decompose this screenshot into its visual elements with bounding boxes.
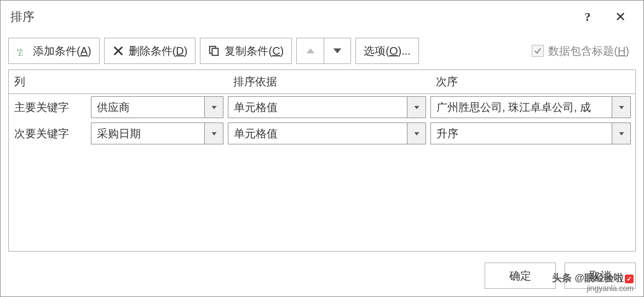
row-label: 次要关键字 — [9, 126, 91, 141]
chevron-down-icon — [204, 123, 223, 144]
dialog-title: 排序 — [10, 9, 571, 25]
header-order: 次序 — [430, 70, 635, 94]
chevron-down-icon — [612, 123, 630, 144]
svg-marker-9 — [211, 132, 216, 136]
close-button[interactable]: ✕ — [604, 6, 637, 28]
add-condition-button[interactable]: +AZ↓ 添加条件(A) — [8, 38, 100, 64]
chevron-up-icon — [304, 45, 317, 57]
header-sort-on: 排序依据 — [228, 70, 430, 94]
svg-rect-3 — [212, 48, 219, 55]
cancel-button[interactable]: 取消 — [565, 263, 636, 289]
svg-marker-7 — [414, 106, 419, 109]
toolbar: +AZ↓ 添加条件(A) 删除条件(D) 复制条件(C) — [1, 33, 643, 69]
sort-on-select[interactable]: 单元格值 — [228, 96, 426, 118]
chevron-down-icon — [407, 123, 426, 144]
copy-condition-button[interactable]: 复制条件(C) — [200, 38, 292, 64]
titlebar: 排序 ? ✕ — [1, 1, 643, 33]
svg-marker-10 — [414, 132, 419, 136]
chevron-down-icon — [331, 45, 343, 57]
order-select[interactable]: 升序 — [430, 123, 631, 144]
order-select[interactable]: 广州胜思公司, 珠江卓卓公司, 成 — [430, 96, 631, 118]
move-up-button[interactable] — [296, 38, 324, 64]
svg-marker-6 — [211, 106, 216, 109]
svg-marker-5 — [334, 48, 342, 53]
column-select[interactable]: 供应商 — [91, 96, 223, 118]
sort-dialog: 排序 ? ✕ +AZ↓ 添加条件(A) 删除条件(D) 复制 — [0, 0, 644, 297]
help-button[interactable]: ? — [571, 6, 604, 28]
grid-row: 次要关键字 采购日期 单元格值 升序 — [9, 120, 635, 147]
has-header-checkbox[interactable]: 数据包含标题(H) — [532, 44, 636, 59]
add-icon: +AZ↓ — [16, 45, 28, 57]
ok-button[interactable]: 确定 — [485, 263, 556, 289]
checkbox-icon — [532, 45, 544, 57]
delete-condition-button[interactable]: 删除条件(D) — [104, 38, 196, 64]
dialog-footer: 确定 取消 — [1, 259, 643, 296]
row-label: 主要关键字 — [9, 100, 91, 115]
svg-text:Z↓: Z↓ — [19, 52, 24, 57]
grid-row: 主要关键字 供应商 单元格值 广州胜思公司, 珠江卓卓公司, 成 — [9, 94, 635, 120]
sort-grid: 列 排序依据 次序 主要关键字 供应商 单元格值 广州胜思公司, 珠江卓卓 — [8, 69, 636, 252]
column-select[interactable]: 采购日期 — [91, 123, 223, 144]
svg-marker-8 — [619, 106, 624, 109]
chevron-down-icon — [612, 97, 630, 118]
header-column: 列 — [9, 70, 228, 94]
svg-marker-11 — [619, 132, 624, 136]
copy-icon — [208, 45, 220, 57]
svg-marker-4 — [306, 48, 314, 53]
chevron-down-icon — [407, 97, 426, 118]
chevron-down-icon — [204, 97, 223, 118]
move-down-button[interactable] — [324, 38, 351, 64]
grid-header: 列 排序依据 次序 — [9, 70, 635, 94]
move-buttons — [296, 38, 351, 64]
sort-on-select[interactable]: 单元格值 — [228, 123, 426, 144]
options-button[interactable]: 选项(O)... — [355, 38, 419, 64]
delete-icon — [112, 45, 124, 57]
